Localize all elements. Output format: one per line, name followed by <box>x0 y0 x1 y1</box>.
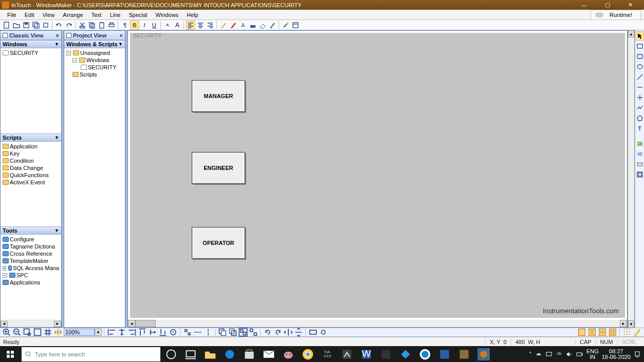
start-button[interactable] <box>0 346 21 362</box>
redo-icon[interactable] <box>64 21 73 30</box>
edit-icon[interactable] <box>633 328 642 336</box>
panel-hscroll[interactable]: ◄► <box>1 320 61 327</box>
ws-section-header[interactable]: Windows & Scripts▼ <box>64 40 125 48</box>
paste-icon[interactable] <box>97 21 106 30</box>
line-tool[interactable] <box>636 72 644 82</box>
sp2-icon[interactable] <box>193 328 203 336</box>
copy-icon[interactable] <box>41 21 50 30</box>
tray-expand-icon[interactable]: ˄ <box>529 351 532 358</box>
app2-icon[interactable] <box>380 348 392 360</box>
al6-icon[interactable] <box>158 328 168 336</box>
cut-icon[interactable] <box>78 21 87 30</box>
tray-clock[interactable]: 08:2718-06-2020 <box>602 349 631 360</box>
intouch-icon[interactable] <box>477 348 490 360</box>
script-activex[interactable]: ActiveX Event <box>3 179 59 186</box>
tia-icon[interactable]: TIAV15 <box>321 348 334 360</box>
canvas-object-engineer[interactable]: ENGINEER <box>192 152 245 184</box>
new-icon[interactable] <box>2 21 11 30</box>
close-panel-icon[interactable]: × <box>120 32 123 39</box>
trend-tool[interactable] <box>636 149 644 159</box>
brush1-icon[interactable] <box>219 21 228 30</box>
al7-icon[interactable] <box>169 328 178 336</box>
script-key[interactable]: Key <box>3 150 59 157</box>
saveall-icon[interactable] <box>31 21 41 30</box>
tool-sql[interactable]: +SQL Access Mana <box>3 264 59 272</box>
button-tool[interactable] <box>636 160 644 169</box>
view4-button[interactable] <box>608 328 617 336</box>
ungroup-icon[interactable] <box>249 328 258 336</box>
zoom-dropdown-icon[interactable]: ▼ <box>95 329 102 336</box>
zoomin-icon[interactable] <box>2 328 11 336</box>
tool-tagname[interactable]: Tagname Dictiona <box>3 243 59 250</box>
view3-button[interactable] <box>598 328 607 336</box>
menu-text[interactable]: Text <box>87 11 106 19</box>
resh-icon[interactable] <box>308 328 318 336</box>
back-icon[interactable] <box>228 328 237 336</box>
rot2-icon[interactable] <box>273 328 283 336</box>
snap-button[interactable] <box>622 328 632 336</box>
menu-windows[interactable]: Windows <box>152 11 183 19</box>
edge-icon[interactable] <box>224 348 236 360</box>
teamviewer-icon[interactable] <box>419 348 431 360</box>
script-quickfn[interactable]: QuickFunctions <box>3 172 59 179</box>
onedrive-icon[interactable] <box>535 351 542 358</box>
pan-icon[interactable] <box>53 328 63 336</box>
taskview-icon[interactable] <box>185 348 197 360</box>
zoom-combo[interactable]: ▼ <box>64 329 102 336</box>
pointer-tool[interactable] <box>636 31 644 41</box>
al2-icon[interactable] <box>117 328 126 336</box>
store-icon[interactable] <box>243 348 255 360</box>
tools-section-header[interactable]: Tools▼ <box>1 226 61 235</box>
fill-icon[interactable] <box>248 21 257 30</box>
canvas-hscroll[interactable]: ◄► <box>128 320 627 327</box>
grid-icon[interactable] <box>43 328 52 336</box>
collapse-icon[interactable]: − <box>66 51 71 55</box>
paint-icon[interactable] <box>282 348 295 360</box>
classic-view-tab[interactable]: Classic View × <box>1 31 61 40</box>
zoom-input[interactable] <box>64 329 95 336</box>
tool-spc[interactable]: +SPC <box>3 272 59 279</box>
ws-scripts[interactable]: Scripts <box>66 71 123 78</box>
fliph-icon[interactable] <box>284 328 293 336</box>
tool-crossref[interactable]: Cross Reference <box>3 250 59 257</box>
front-icon[interactable] <box>218 328 227 336</box>
app5-icon[interactable] <box>458 348 470 360</box>
notifications-icon[interactable] <box>634 351 641 358</box>
bold-button[interactable]: B <box>130 21 139 30</box>
para-icon[interactable]: ¶ <box>120 21 130 30</box>
rot1-icon[interactable] <box>263 328 272 336</box>
undo-icon[interactable] <box>54 21 64 30</box>
tray-lang[interactable]: ENGIN <box>586 349 599 360</box>
runtime-button[interactable]: Runtime! <box>591 10 641 20</box>
align-right-button[interactable] <box>206 21 215 30</box>
minimize-button[interactable]: — <box>573 0 596 10</box>
view2-button[interactable] <box>587 328 597 336</box>
windows-section-header[interactable]: Windows▼ <box>1 40 61 48</box>
roundrect-tool[interactable] <box>636 52 644 61</box>
maximize-button[interactable]: ▢ <box>596 0 619 10</box>
al3-icon[interactable] <box>127 328 137 336</box>
polyline-tool[interactable] <box>636 103 644 112</box>
flipv-icon[interactable] <box>294 328 303 336</box>
script-datachange[interactable]: Data Change <box>3 164 59 172</box>
canvas-object-operator[interactable]: OPERATOR <box>192 227 245 259</box>
zoomrect-icon[interactable] <box>23 328 32 336</box>
erase-icon[interactable] <box>258 21 267 30</box>
app1-icon[interactable] <box>341 348 353 360</box>
menu-edit[interactable]: Edit <box>21 11 39 19</box>
app4-icon[interactable] <box>438 348 451 360</box>
menu-view[interactable]: View <box>39 11 59 19</box>
script-application[interactable]: Application <box>3 143 59 150</box>
collapse-icon[interactable]: − <box>72 58 77 63</box>
sp1-icon[interactable] <box>183 328 192 336</box>
expand-icon[interactable]: + <box>3 273 7 278</box>
design-canvas[interactable]: InstrumentationTools.com MANAGERENGINEER… <box>130 33 625 318</box>
rect-tool[interactable] <box>636 42 644 51</box>
link-icon[interactable] <box>319 328 328 336</box>
italic-button[interactable]: I <box>140 21 149 30</box>
underline-button[interactable]: U <box>150 21 159 30</box>
vline-tool[interactable] <box>636 93 644 102</box>
menu-line[interactable]: Line <box>106 11 125 19</box>
menu-special[interactable]: Special <box>124 11 151 19</box>
script-condition[interactable]: Condition <box>3 157 59 164</box>
